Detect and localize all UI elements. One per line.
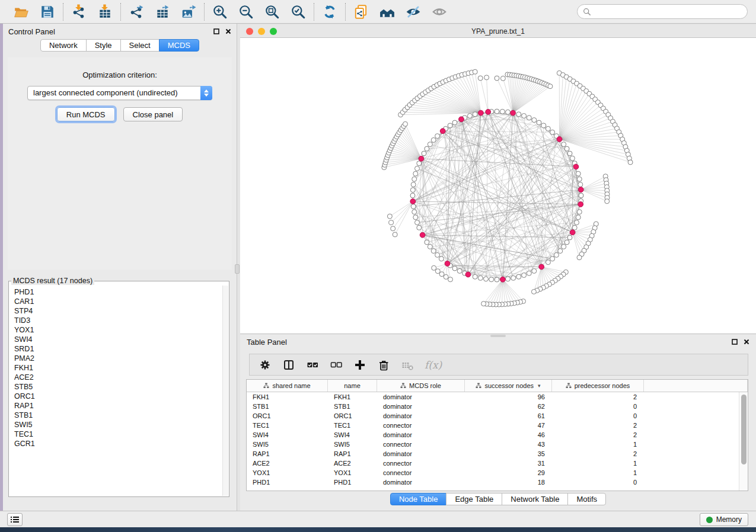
hide-selected-icon[interactable] (405, 4, 422, 20)
network-node[interactable] (417, 225, 422, 230)
network-graph-canvas[interactable] (240, 38, 756, 333)
select-all-rows-icon[interactable] (306, 358, 319, 371)
network-node[interactable] (527, 271, 531, 275)
network-node[interactable] (481, 302, 486, 306)
network-node[interactable] (411, 182, 416, 187)
network-node[interactable] (403, 121, 408, 126)
network-node[interactable] (431, 137, 436, 142)
network-node[interactable] (554, 252, 559, 257)
network-node[interactable] (516, 274, 521, 279)
network-node[interactable] (389, 220, 394, 225)
network-node[interactable] (562, 244, 566, 249)
mcds-hub-node[interactable] (459, 117, 464, 122)
network-node[interactable] (572, 225, 577, 230)
network-node[interactable] (444, 274, 448, 279)
optimization-criterion-select[interactable]: largest connected component (undirected) (27, 86, 212, 100)
table-scrollbar[interactable] (739, 392, 748, 491)
mcds-hub-node[interactable] (420, 232, 425, 238)
mcds-hub-node[interactable] (479, 110, 484, 116)
search-input[interactable] (595, 8, 742, 16)
network-node[interactable] (425, 240, 429, 245)
close-panel-button[interactable]: Close panel (123, 107, 183, 121)
mcds-result-item[interactable]: STP4 (14, 306, 222, 316)
tab-edge-table[interactable]: Edge Table (446, 493, 502, 505)
network-node[interactable] (579, 193, 583, 198)
window-close-button[interactable] (246, 28, 253, 35)
duplicate-network-icon[interactable] (353, 4, 369, 20)
table-row[interactable]: ACE2ACE2connector311 (247, 459, 739, 468)
mcds-result-item[interactable]: SWI5 (14, 420, 222, 430)
network-node[interactable] (570, 156, 575, 161)
tab-mcds[interactable]: MCDS (159, 39, 199, 52)
mcds-hub-node[interactable] (419, 156, 424, 161)
tab-node-table[interactable]: Node Table (390, 493, 447, 505)
network-node[interactable] (500, 76, 505, 81)
network-node[interactable] (415, 166, 420, 171)
run-mcds-button[interactable]: Run MCDS (57, 107, 115, 121)
mcds-result-list[interactable]: PHD1CAR1STP4TID3YOX1SWI4SRD1PMA2FKH1ACE2… (9, 286, 222, 496)
network-node[interactable] (478, 76, 483, 81)
network-node[interactable] (495, 76, 499, 81)
mcds-result-item[interactable]: TEC1 (14, 430, 222, 439)
mcds-hub-node[interactable] (573, 164, 579, 169)
network-node[interactable] (410, 193, 415, 198)
network-node[interactable] (522, 273, 527, 278)
network-node[interactable] (550, 257, 555, 261)
network-node[interactable] (567, 151, 572, 156)
network-node[interactable] (546, 126, 550, 131)
mcds-hub-node[interactable] (486, 109, 491, 114)
zoom-fit-icon[interactable] (264, 4, 280, 20)
network-node[interactable] (605, 199, 610, 204)
network-node[interactable] (412, 177, 417, 181)
network-node[interactable] (484, 277, 489, 281)
table-row[interactable]: PHD1PHD1dominator180 (247, 477, 739, 487)
network-node[interactable] (564, 240, 569, 245)
network-node[interactable] (448, 123, 452, 128)
table-row[interactable]: FKH1FKH1dominator962 (247, 392, 739, 402)
mcds-hub-node[interactable] (578, 201, 583, 207)
network-node[interactable] (577, 255, 582, 260)
float-table-panel-icon[interactable] (731, 339, 738, 345)
network-node[interactable] (576, 215, 580, 220)
mcds-result-item[interactable]: SWI4 (14, 335, 222, 344)
network-node[interactable] (428, 142, 432, 147)
network-node[interactable] (473, 112, 477, 117)
network-node[interactable] (432, 265, 436, 270)
network-node[interactable] (511, 275, 516, 280)
mcds-result-item[interactable]: STB5 (14, 382, 222, 392)
network-node[interactable] (527, 116, 531, 120)
mcds-result-item[interactable]: TID3 (14, 316, 222, 325)
network-node[interactable] (516, 112, 521, 117)
mcds-hub-node[interactable] (539, 264, 544, 270)
network-node[interactable] (391, 226, 395, 231)
network-node[interactable] (506, 110, 511, 114)
network-node[interactable] (448, 277, 453, 282)
mcds-result-item[interactable]: CAR1 (14, 297, 222, 306)
table-scrollbar-thumb[interactable] (741, 395, 747, 464)
tab-style[interactable]: Style (86, 39, 121, 52)
mcds-result-item[interactable]: ACE2 (14, 373, 222, 382)
network-node[interactable] (562, 142, 566, 147)
deselect-all-rows-icon[interactable] (330, 358, 343, 371)
mcds-list-scrollbar[interactable] (222, 286, 228, 496)
network-node[interactable] (435, 252, 440, 257)
window-maximize-button[interactable] (270, 28, 277, 35)
network-node[interactable] (558, 249, 563, 254)
network-node[interactable] (431, 249, 436, 254)
refresh-view-icon[interactable] (321, 4, 338, 20)
network-node[interactable] (417, 161, 422, 166)
tab-network[interactable]: Network (40, 39, 87, 52)
mcds-result-item[interactable]: STB1 (14, 411, 222, 420)
network-node[interactable] (546, 260, 550, 265)
mcds-result-item[interactable]: FKH1 (14, 363, 222, 373)
create-column-icon[interactable] (353, 358, 366, 371)
network-node[interactable] (495, 109, 499, 114)
network-node[interactable] (393, 232, 397, 237)
network-window-titlebar[interactable]: YPA_prune.txt_1 (240, 25, 756, 38)
show-hide-columns-icon[interactable] (282, 358, 295, 371)
network-node[interactable] (435, 134, 440, 139)
mcds-hub-node[interactable] (410, 199, 416, 204)
network-node[interactable] (628, 160, 633, 165)
network-node[interactable] (422, 151, 426, 156)
column-header-predecessor-nodes[interactable]: predecessor nodes (552, 380, 644, 392)
